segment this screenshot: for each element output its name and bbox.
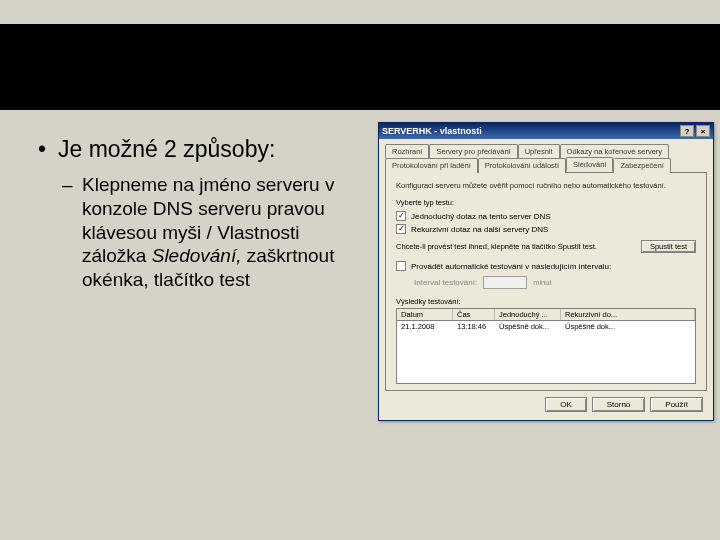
cell-time: 13:18:46 [453, 321, 495, 332]
slide-title: Testování DNS - základní [0, 28, 720, 71]
col-simple[interactable]: Jednoduchý ... [495, 309, 561, 320]
bullet-level2: Klepneme na jméno serveru v konzole DNS … [38, 173, 350, 292]
checkbox-auto-test-label: Provádět automatické testování v následu… [411, 262, 611, 271]
tab-event-logging[interactable]: Protokolování událostí [478, 158, 566, 173]
tab-forwarders[interactable]: Servery pro předávání [429, 144, 517, 158]
interval-label: Interval testování: [414, 278, 477, 287]
bullet2-text-italic: Sledování, [152, 245, 247, 266]
help-button[interactable]: ? [680, 125, 694, 137]
results-label: Výsledky testování: [396, 297, 696, 306]
apply-button[interactable]: Použít [650, 397, 703, 412]
interval-input[interactable] [483, 276, 527, 289]
checkbox-recursive-query-label: Rekurzivní dotaz na další servery DNS [411, 225, 548, 234]
results-table: Datum Čas Jednoduchý ... Rekurzivní do..… [396, 308, 696, 384]
tab-advanced[interactable]: Upřesnit [518, 144, 560, 158]
cell-recursive: Úspěšně dok... [561, 321, 695, 332]
col-time[interactable]: Čas [453, 309, 495, 320]
checkbox-simple-query[interactable]: ✓ [396, 211, 406, 221]
tab-debug-logging[interactable]: Protokolování při ladění [385, 158, 478, 173]
tab-interfaces[interactable]: Rozhraní [385, 144, 429, 158]
select-type-label: Vyberte typ testu: [396, 198, 696, 207]
tab-security[interactable]: Zabezpečení [613, 158, 670, 173]
tab-panel-monitoring: Konfiguraci serveru můžete ověřit pomocí… [385, 172, 707, 391]
checkbox-auto-test[interactable] [396, 261, 406, 271]
cancel-button[interactable]: Storno [592, 397, 646, 412]
col-recursive[interactable]: Rekurzivní do... [561, 309, 695, 320]
checkbox-recursive-query[interactable]: ✓ [396, 224, 406, 234]
bullet-level1: Je možné 2 způsoby: [38, 136, 350, 163]
interval-unit: minut [533, 278, 551, 287]
dialog-titlebar[interactable]: SERVERHK - vlastnosti ? × [379, 123, 713, 139]
close-button[interactable]: × [696, 125, 710, 137]
dialog-title: SERVERHK - vlastnosti [382, 126, 678, 136]
checkbox-simple-query-label: Jednoduchý dotaz na tento server DNS [411, 212, 551, 221]
run-test-button[interactable]: Spustit test [641, 240, 696, 253]
tab-root-hints[interactable]: Odkazy na kořenové servery [560, 144, 669, 158]
cell-date: 21.1.2008 [397, 321, 453, 332]
col-date[interactable]: Datum [397, 309, 453, 320]
tab-monitoring[interactable]: Sledování [566, 157, 613, 172]
table-row[interactable]: 21.1.2008 13:18:46 Úspěšně dok... Úspěšn… [397, 321, 695, 332]
info-text: Konfiguraci serveru můžete ověřit pomocí… [396, 181, 696, 190]
ok-button[interactable]: OK [545, 397, 587, 412]
run-test-label: Chcete-li provést test ihned, klepněte n… [396, 242, 597, 251]
properties-dialog: SERVERHK - vlastnosti ? × Rozhraní Serve… [378, 122, 714, 421]
cell-simple: Úspěšně dok... [495, 321, 561, 332]
